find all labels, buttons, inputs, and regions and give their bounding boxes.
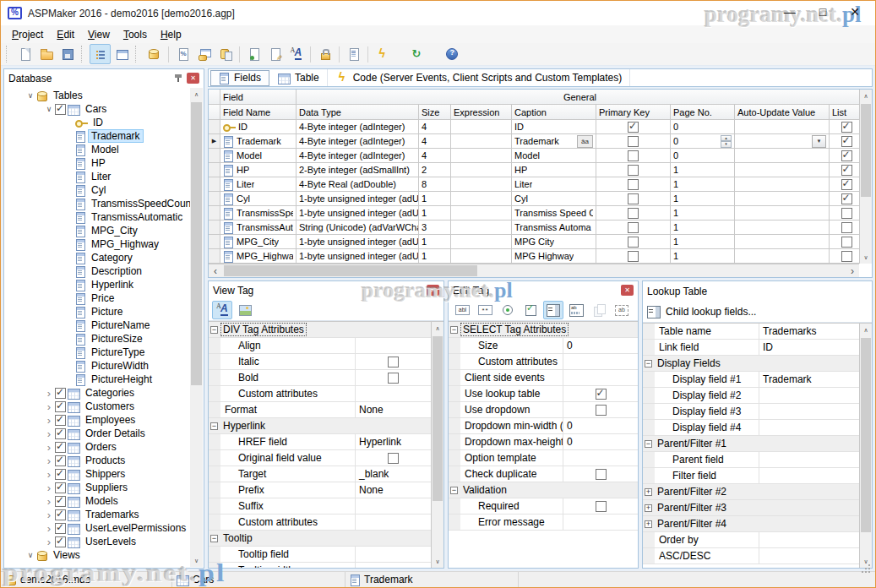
chevron-right-icon[interactable] bbox=[43, 536, 55, 548]
cell-page-no[interactable]: 0 bbox=[671, 149, 735, 163]
tree-item-shippers[interactable]: Shippers bbox=[4, 467, 204, 481]
save-button[interactable] bbox=[57, 44, 78, 64]
cell-size[interactable]: 3 bbox=[419, 220, 451, 235]
current-row-indicator[interactable] bbox=[209, 134, 220, 149]
cell-auto-update[interactable] bbox=[735, 249, 830, 264]
cell-size[interactable]: 8 bbox=[419, 177, 451, 192]
scroll-down-icon[interactable] bbox=[190, 554, 203, 567]
cell-field-name[interactable]: Trademark bbox=[220, 134, 297, 149]
prop-value-check-duplicate[interactable] bbox=[563, 469, 638, 480]
lock-button[interactable] bbox=[314, 44, 335, 64]
view-tag-close-button[interactable] bbox=[427, 285, 439, 296]
chevron-down-icon[interactable] bbox=[43, 105, 55, 113]
scroll-up-icon[interactable] bbox=[860, 324, 872, 336]
checkbox-checked[interactable] bbox=[841, 136, 852, 147]
checkbox-checked[interactable] bbox=[628, 122, 639, 133]
cell-primary-key[interactable] bbox=[596, 163, 671, 177]
child-lookup-button[interactable]: Child lookup fields... bbox=[643, 302, 872, 323]
checkbox-unchecked[interactable] bbox=[628, 193, 639, 204]
category-validation[interactable]: −Validation bbox=[449, 482, 638, 498]
checkbox-checked[interactable] bbox=[841, 122, 852, 133]
cell-expression[interactable] bbox=[451, 120, 512, 134]
tree-item-trademark[interactable]: Trademark bbox=[4, 129, 204, 143]
checkbox-unchecked[interactable] bbox=[628, 251, 639, 262]
row-indicator[interactable] bbox=[209, 249, 220, 264]
checkbox-unchecked[interactable] bbox=[596, 405, 607, 416]
prop-value-link-field[interactable]: ID bbox=[759, 341, 859, 353]
checkbox-checked[interactable] bbox=[841, 193, 852, 204]
tree-item-picturename[interactable]: PictureName bbox=[4, 318, 204, 332]
chevron-down-icon[interactable] bbox=[24, 551, 36, 559]
cell-data-type[interactable]: 4-Byte integer (adInteger) bbox=[297, 134, 419, 149]
copy-db-button[interactable] bbox=[215, 44, 236, 64]
scroll-down-icon[interactable] bbox=[432, 555, 443, 568]
scroll-thumb[interactable] bbox=[433, 336, 443, 501]
checkbox-unchecked[interactable] bbox=[628, 237, 639, 248]
tree-item-category[interactable]: Category bbox=[4, 251, 204, 264]
row-indicator[interactable] bbox=[209, 220, 220, 235]
row-indicator[interactable] bbox=[209, 235, 220, 249]
cell-expression[interactable] bbox=[451, 177, 512, 192]
cell-caption[interactable]: MPG City bbox=[512, 235, 596, 249]
cell-expression[interactable] bbox=[451, 249, 512, 264]
collapse-minus-icon[interactable]: − bbox=[450, 326, 458, 334]
edit-tag-close-button[interactable] bbox=[621, 285, 634, 296]
cell-caption[interactable]: MPG Highway bbox=[512, 249, 596, 264]
cell-page-no[interactable]: 1 bbox=[671, 249, 735, 264]
language-icon[interactable] bbox=[577, 135, 593, 148]
pin-icon[interactable] bbox=[173, 73, 183, 84]
cell-caption[interactable]: Model bbox=[512, 149, 596, 163]
checkbox-checked[interactable] bbox=[55, 442, 66, 453]
column-header-size[interactable]: Size bbox=[419, 105, 451, 120]
checkbox-unchecked[interactable] bbox=[841, 237, 852, 248]
refresh-button[interactable] bbox=[406, 44, 427, 64]
cell-primary-key[interactable] bbox=[596, 192, 671, 206]
checkbox-checked[interactable] bbox=[841, 150, 852, 161]
minimize-button[interactable]: — bbox=[784, 5, 796, 19]
cell-page-no[interactable]: 1 bbox=[671, 206, 735, 220]
cell-list[interactable] bbox=[830, 192, 859, 206]
cell-page-no[interactable]: 0 bbox=[671, 134, 735, 149]
chevron-right-icon[interactable] bbox=[43, 509, 55, 521]
category-parent-filter-3[interactable]: +Parent/Filter #3 bbox=[643, 500, 859, 516]
chevron-right-icon[interactable] bbox=[43, 400, 55, 413]
tree-item-orders[interactable]: Orders bbox=[4, 440, 204, 454]
scroll-thumb[interactable] bbox=[191, 102, 202, 385]
category-parent-filter-4[interactable]: +Parent/Filter #4 bbox=[643, 516, 859, 532]
checkbox-unchecked[interactable] bbox=[596, 469, 607, 480]
checkbox-checked[interactable] bbox=[55, 455, 66, 466]
cell-page-no[interactable]: 1 bbox=[671, 220, 735, 235]
cell-list[interactable] bbox=[830, 163, 859, 177]
checkbox-checked[interactable] bbox=[841, 179, 852, 190]
chevron-right-icon[interactable] bbox=[43, 427, 55, 440]
column-header-data-type[interactable]: Data Type bbox=[297, 105, 419, 120]
cell-field-name[interactable]: Cyl bbox=[220, 192, 297, 206]
tree-item-models[interactable]: Models bbox=[4, 494, 204, 508]
maximize-button[interactable]: □ bbox=[819, 5, 826, 19]
tree-item-employees[interactable]: Employees bbox=[4, 413, 204, 427]
prop-value-bold[interactable] bbox=[356, 373, 431, 384]
radio-button[interactable] bbox=[498, 301, 518, 319]
prop-value-format[interactable]: None bbox=[356, 404, 431, 416]
image-button[interactable] bbox=[235, 301, 255, 319]
checkbox-checked[interactable] bbox=[55, 496, 66, 507]
column-header-expression[interactable]: Expression bbox=[451, 105, 512, 120]
collapse-minus-icon[interactable]: − bbox=[210, 422, 218, 430]
cell-list[interactable] bbox=[830, 235, 859, 249]
cell-data-type[interactable]: 1-byte unsigned integer (adUnsi bbox=[297, 192, 419, 206]
prop-value-display-field-1[interactable]: Trademark bbox=[759, 373, 859, 385]
cell-list[interactable] bbox=[830, 134, 859, 149]
checkbox-checked[interactable] bbox=[55, 401, 66, 412]
cell-field-name[interactable]: TransmissSpeed bbox=[220, 206, 297, 220]
cell-auto-update[interactable] bbox=[735, 192, 830, 206]
menu-view[interactable]: View bbox=[81, 27, 117, 42]
cell-size[interactable]: 1 bbox=[419, 192, 451, 206]
collapse-minus-icon[interactable]: − bbox=[450, 487, 458, 494]
cell-field-name[interactable]: TransmissAutom bbox=[220, 220, 297, 235]
tree-item-mpg-city[interactable]: MPG_City bbox=[4, 224, 204, 237]
grid-vscrollbar[interactable] bbox=[859, 90, 872, 264]
cell-field-name[interactable]: Liter bbox=[220, 177, 297, 192]
tree-item-id[interactable]: ID bbox=[4, 116, 204, 129]
category-div-tag-attributes[interactable]: −DIV Tag Attributes bbox=[209, 322, 431, 338]
expand-plus-icon[interactable]: + bbox=[645, 504, 652, 512]
